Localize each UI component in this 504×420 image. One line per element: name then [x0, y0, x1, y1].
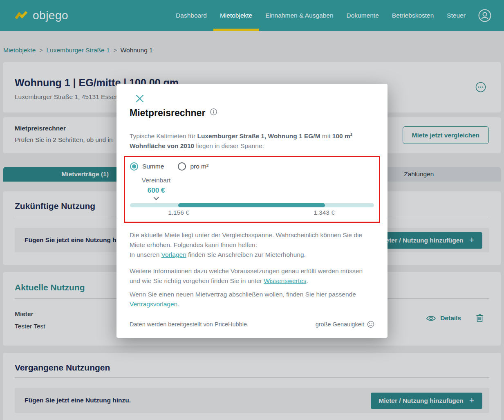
close-button[interactable] [136, 94, 144, 103]
accuracy-label: große Genauigkeit [316, 321, 364, 328]
agreed-rent-label: Vereinbart [125, 177, 187, 184]
accuracy-indicator: große Genauigkeit [316, 321, 374, 328]
user-avatar[interactable] [472, 0, 497, 31]
radio-pro-m2-label[interactable]: pro m² [190, 163, 208, 170]
page: objego Dashboard Mietobjekte Einnahmen &… [0, 0, 504, 420]
data-provider-note: Daten werden bereitgestellt von PriceHub… [130, 321, 249, 328]
link-vertragsvorlagen[interactable]: Vertragsvorlagen [130, 301, 177, 308]
agreed-rent-value: 600 € [125, 186, 187, 195]
close-icon [136, 94, 144, 103]
radio-summe[interactable] [130, 162, 138, 171]
range-min-value: 1.156 € [164, 209, 193, 216]
modal-title: Mietpreisrechner [130, 108, 205, 119]
nav-item-mietobjekte[interactable]: Mietobjekte [213, 0, 259, 31]
nav-item-betriebskosten[interactable]: Betriebskosten [385, 0, 441, 31]
brand-name: objego [33, 9, 68, 22]
nav-item-dashboard[interactable]: Dashboard [169, 0, 213, 31]
chevron-down-icon [153, 197, 159, 200]
unit-radio-group: Summe pro m² [130, 162, 208, 171]
smiley-icon [367, 321, 374, 328]
top-navbar: objego Dashboard Mietobjekte Einnahmen &… [0, 0, 504, 31]
modal-paragraph-3: Wenn Sie einen neuen Mietvertrag abschli… [130, 290, 375, 309]
radio-pro-m2[interactable] [178, 162, 186, 171]
nav-item-einnahmen-ausgaben[interactable]: Einnahmen & Ausgaben [259, 0, 340, 31]
radio-summe-label[interactable]: Summe [142, 163, 164, 170]
link-vorlagen[interactable]: Vorlagen [161, 251, 186, 258]
modal-paragraph-2: Weitere Informationen dazu welche Voraus… [130, 266, 375, 286]
main-navigation: Dashboard Mietobjekte Einnahmen & Ausgab… [169, 0, 497, 31]
rent-calculator-modal: Mietpreisrechner Typische Kaltmieten für… [116, 84, 388, 338]
red-highlight-annotation: Summe pro m² Vereinbart 600 € 1.156 € 1.… [124, 156, 380, 223]
link-wissenswertes[interactable]: Wissenswertes [264, 277, 306, 284]
nav-item-steuer[interactable]: Steuer [440, 0, 472, 31]
info-icon [210, 108, 217, 115]
info-button[interactable] [210, 108, 217, 115]
modal-intro-text: Typische Kaltmieten für Luxemburger Stra… [130, 131, 375, 151]
brand-logo-icon [15, 11, 28, 21]
rent-range-slider[interactable] [130, 203, 374, 207]
user-avatar-icon [478, 9, 492, 22]
brand-logo[interactable]: objego [15, 9, 68, 22]
modal-footer: Daten werden bereitgestellt von PriceHub… [130, 321, 374, 328]
modal-paragraph-1: Die aktuelle Miete liegt unter der Vergl… [130, 230, 375, 260]
rent-range-fill [178, 203, 325, 207]
range-max-value: 1.343 € [310, 209, 338, 216]
agreed-rent-marker: Vereinbart 600 € [125, 177, 187, 200]
nav-item-dokumente[interactable]: Dokumente [340, 0, 385, 31]
